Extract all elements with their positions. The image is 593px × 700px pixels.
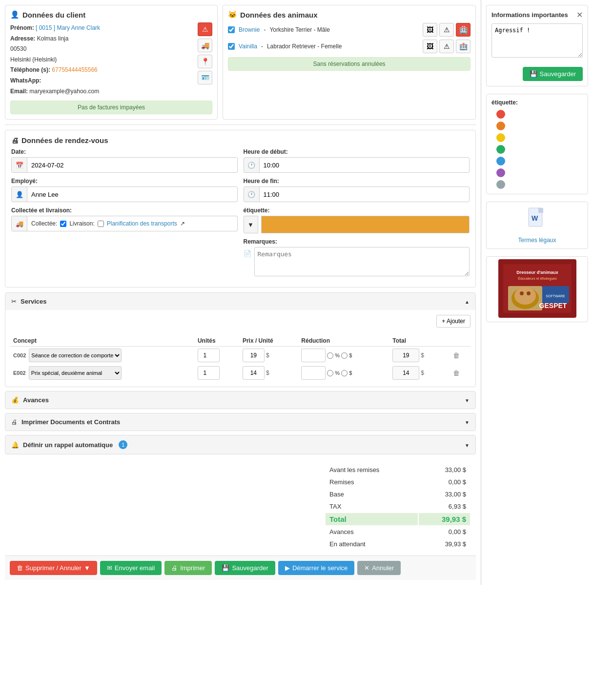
svg-rect-1 — [538, 208, 543, 213]
client-name-link[interactable]: [ 0015 ] Mary Anne Clark — [36, 24, 100, 31]
etiquette-row: ▼ — [244, 216, 470, 233]
summary-en-attendant: En attendant 39,93 $ — [326, 538, 470, 550]
word-doc-icon[interactable]: W — [491, 207, 583, 235]
etiquette-color-bar[interactable] — [261, 216, 470, 233]
employe-input[interactable] — [27, 191, 237, 198]
client-section-title: 👤 Données du client — [10, 10, 212, 19]
rappel-badge: 1 — [119, 440, 127, 449]
livraison-checkbox[interactable] — [98, 221, 104, 227]
service2-radio-percent[interactable] — [327, 370, 333, 376]
service1-select[interactable]: Séance de correction de comportement — [29, 349, 122, 362]
service2-reduction[interactable] — [301, 366, 326, 380]
collecte-label: Collectée et livraison: — [11, 207, 238, 214]
info-save-btn[interactable]: 💾 Sauvegarder — [523, 67, 583, 81]
client-info: Prénom: [ 0015 ] Mary Anne Clark Adresse… — [10, 23, 212, 97]
service-row-2: E002 Prix spécial, deuxième animal — [10, 364, 470, 382]
rappel-chevron — [465, 441, 470, 449]
rappel-header[interactable]: 🔔 Définir un rappel automatique 1 — [5, 435, 475, 454]
info-close-btn[interactable]: ✕ — [576, 10, 583, 20]
color-dot-red[interactable] — [496, 110, 505, 119]
imprimer-btn[interactable]: 🖨 Imprimer — [164, 561, 212, 575]
etiquette-dropdown-btn[interactable]: ▼ — [244, 216, 258, 233]
service1-dollar: $ — [266, 352, 269, 359]
sauvegarder-btn[interactable]: 💾 Sauvegarder — [215, 561, 275, 575]
summary-table: Avant les remises 33,00 $ Remises 0,00 $… — [325, 463, 471, 551]
color-dot-blue[interactable] — [496, 157, 505, 165]
service1-reduction[interactable] — [301, 349, 326, 362]
summary-base: Base 33,00 $ — [326, 489, 470, 500]
service1-units[interactable] — [198, 349, 220, 362]
animal2-name[interactable]: Vainilla — [239, 43, 257, 50]
transport-link[interactable]: Planification des transports — [107, 220, 177, 227]
animal2-photo-btn[interactable]: 🖼 — [423, 40, 437, 53]
services-header[interactable]: ✂ Services — [5, 293, 475, 310]
heure-fin-input[interactable] — [260, 191, 470, 198]
animal2-health-btn[interactable]: 🏥 — [456, 40, 470, 53]
date-label: Date: — [11, 148, 238, 155]
print-icon: 🖨 — [11, 418, 18, 426]
heure-debut-input[interactable] — [260, 162, 470, 169]
service1-price[interactable] — [243, 349, 265, 362]
client-action-icons: ⚠ 🚚 📍 🪪 — [198, 22, 212, 84]
date-group: Date: 📅 — [11, 148, 238, 173]
summary-avant-remises: Avant les remises 33,00 $ — [326, 464, 470, 475]
animal1-health-btn[interactable]: 🏥 — [456, 23, 470, 37]
heure-fin-wrapper: 🕐 — [244, 186, 470, 202]
rdv-icon: 🖨 — [11, 136, 19, 144]
termes-label[interactable]: Termes légaux — [491, 237, 583, 244]
etiquette-panel-title: étiquette: — [491, 99, 583, 106]
service1-delete-btn[interactable]: 🗑 — [453, 351, 460, 359]
email-icon: ✉ — [107, 564, 112, 572]
animal1-warning-btn[interactable]: ⚠ — [439, 23, 454, 37]
employe-input-wrapper: 👤 — [11, 186, 238, 202]
service2-radio-dollar[interactable] — [341, 370, 348, 376]
client-warning-btn[interactable]: ⚠ — [198, 22, 212, 36]
service2-price[interactable] — [243, 366, 265, 380]
dropdown-arrow: ▼ — [84, 564, 90, 572]
service2-units[interactable] — [198, 366, 220, 380]
animal1-photo-btn[interactable]: 🖼 — [423, 23, 437, 37]
services-table: Concept Unités Prix / Unité Réduction To… — [10, 335, 470, 382]
en-attendant-label: En attendant — [326, 538, 418, 550]
avances-header[interactable]: 💰 Avances — [5, 391, 475, 409]
service1-radio-percent[interactable] — [327, 352, 333, 359]
play-icon: ▶ — [285, 564, 290, 572]
service2-select[interactable]: Prix spécial, deuxième animal — [29, 366, 122, 380]
client-truck-btn[interactable]: 🚚 — [198, 39, 212, 52]
service2-delete-btn[interactable]: 🗑 — [453, 369, 460, 377]
services-section: ✂ Services + Ajouter Concept Unités Prix… — [5, 292, 476, 387]
info-header: Informations importantes ✕ — [491, 10, 583, 20]
client-phone[interactable]: 67755444455566 — [52, 66, 97, 73]
email-btn[interactable]: ✉ Envoyer email — [100, 561, 162, 575]
col-reduction: Réduction — [298, 335, 389, 347]
info-textarea[interactable]: Agressif ! — [491, 23, 583, 58]
color-dot-gray[interactable] — [496, 180, 505, 189]
supprimer-btn[interactable]: 🗑 Supprimer / Annuler ▼ — [10, 561, 97, 575]
service2-total — [392, 366, 419, 380]
color-dot-purple[interactable] — [496, 168, 505, 177]
client-id-btn[interactable]: 🪪 — [198, 71, 212, 84]
collectee-checkbox[interactable] — [60, 221, 66, 227]
col-concept: Concept — [10, 335, 195, 347]
animal-row-2: Vainilla - Labrador Retriever - Femelle … — [228, 40, 470, 53]
animal2-checkbox[interactable] — [228, 43, 235, 50]
client-pin-btn[interactable]: 📍 — [198, 55, 212, 68]
imprimer-header[interactable]: 🖨 Imprimer Documents et Contrats — [5, 413, 475, 431]
animal1-name[interactable]: Brownie — [239, 26, 260, 33]
rappel-title: Définir un rappel automatique — [23, 441, 113, 449]
color-dot-yellow[interactable] — [496, 133, 505, 142]
animal2-warning-btn[interactable]: ⚠ — [439, 40, 454, 53]
svg-point-11 — [527, 291, 531, 295]
remises-value: 0,00 $ — [419, 476, 470, 488]
demarrer-btn[interactable]: ▶ Démarrer le service — [278, 561, 354, 575]
color-dot-orange[interactable] — [496, 122, 505, 130]
animal1-checkbox[interactable] — [228, 26, 235, 33]
date-input[interactable] — [27, 162, 237, 169]
service1-radio-dollar[interactable] — [341, 352, 348, 359]
collecte-group: Collectée et livraison: 🚚 Collectée: Liv… — [11, 207, 238, 231]
remarks-textarea[interactable] — [254, 247, 470, 276]
scissors-icon: ✂ — [11, 298, 17, 305]
add-service-btn[interactable]: + Ajouter — [436, 315, 470, 328]
color-dot-green[interactable] — [496, 145, 505, 154]
annuler-btn[interactable]: ✕ Annuler — [357, 561, 401, 575]
